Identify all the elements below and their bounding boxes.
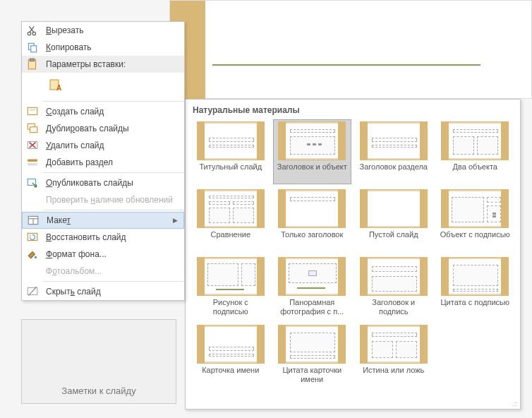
layout-icon bbox=[27, 214, 40, 227]
menu-hide-slide[interactable]: Скрыть слайд bbox=[22, 283, 184, 300]
notes-placeholder: Заметки к слайду bbox=[61, 386, 135, 396]
slide-notes[interactable]: Заметки к слайду bbox=[21, 319, 176, 404]
layout-submenu: Натуральные материалы Титульный слайдЗаг… bbox=[185, 99, 521, 410]
svg-rect-13 bbox=[28, 160, 37, 162]
paste-icon bbox=[26, 58, 39, 71]
menu-new-slide-label: Создать слайд bbox=[46, 107, 179, 117]
menu-photo-album-label: Фотоальбом... bbox=[46, 266, 179, 276]
menu-format-bg[interactable]: Формат фона... bbox=[22, 246, 184, 263]
layout-option[interactable]: Цитата с подписью bbox=[436, 255, 515, 320]
paste-option-keep-text[interactable]: A bbox=[46, 76, 66, 95]
layout-option[interactable]: Только заголовок bbox=[273, 187, 352, 252]
layout-caption: Рисунок с подписью bbox=[195, 298, 266, 318]
layout-caption: Два объекта bbox=[440, 162, 510, 182]
menu-paste-heading: Параметры вставки: bbox=[22, 56, 184, 73]
format-bg-icon bbox=[26, 248, 39, 261]
duplicate-icon bbox=[26, 122, 39, 135]
svg-text:A: A bbox=[56, 84, 61, 92]
layout-thumbnail bbox=[360, 325, 428, 364]
menu-layout[interactable]: Макет ▶ bbox=[22, 212, 184, 229]
submenu-arrow-icon: ▶ bbox=[173, 217, 178, 224]
layout-thumbnail bbox=[360, 189, 428, 228]
cut-icon bbox=[26, 24, 39, 37]
layout-option[interactable]: Заголовок раздела bbox=[354, 119, 433, 184]
copy-icon bbox=[26, 41, 39, 54]
layout-thumbnail bbox=[360, 257, 428, 296]
section-icon bbox=[26, 156, 39, 169]
menu-layout-label: Макет bbox=[47, 215, 173, 225]
menu-add-section-label: Добавить раздел bbox=[46, 157, 179, 167]
menu-cut-label: Вырезать bbox=[46, 25, 179, 35]
new-slide-icon bbox=[26, 105, 39, 118]
menu-copy-label: Копировать bbox=[46, 42, 179, 52]
menu-hide-slide-label: Скрыть слайд bbox=[46, 287, 179, 297]
layout-thumbnail bbox=[278, 257, 346, 296]
menu-photo-album: Фотоальбом... bbox=[22, 263, 184, 280]
layout-caption: Пустой слайд bbox=[358, 230, 429, 250]
menu-add-section[interactable]: Добавить раздел bbox=[22, 154, 184, 171]
layout-thumbnail bbox=[197, 325, 265, 364]
layout-caption: Объект с подписью bbox=[440, 230, 510, 250]
menu-publish-label: Опубликовать слайды bbox=[46, 178, 179, 188]
layout-theme-header: Натуральные материалы bbox=[190, 104, 516, 119]
layout-grid: Титульный слайдЗаголовок и объектЗаголов… bbox=[190, 119, 516, 388]
layout-option[interactable]: Истина или ложь bbox=[354, 323, 433, 388]
layout-option[interactable]: Пустой слайд bbox=[354, 187, 433, 252]
menu-delete[interactable]: Удалить слайд bbox=[22, 137, 184, 154]
menu-duplicate-label: Дублировать слайды bbox=[46, 124, 179, 133]
layout-caption: Цитата карточки имени bbox=[277, 366, 347, 386]
layout-thumbnail bbox=[360, 121, 428, 160]
updates-icon bbox=[26, 193, 39, 206]
layout-caption: Панорамная фотография с п... bbox=[277, 298, 347, 318]
layout-caption: Карточка имени bbox=[195, 366, 266, 386]
menu-restore-label: Восстановить слайд bbox=[46, 232, 179, 242]
resize-grip-icon[interactable]: .:: bbox=[512, 400, 517, 407]
slide-context-menu: Вырезать Копировать Параметры вставки: A… bbox=[21, 21, 185, 301]
menu-restore[interactable]: Восстановить слайд bbox=[22, 229, 184, 246]
delete-icon bbox=[26, 139, 39, 152]
layout-caption: Заголовок раздела bbox=[358, 162, 429, 182]
menu-new-slide[interactable]: Создать слайд bbox=[22, 103, 184, 120]
photo-album-icon bbox=[26, 265, 39, 277]
layout-option[interactable]: Цитата карточки имени bbox=[273, 323, 352, 388]
layout-option[interactable]: Рисунок с подписью bbox=[191, 255, 270, 320]
layout-option[interactable]: Два объекта bbox=[436, 119, 515, 184]
menu-format-bg-label: Формат фона... bbox=[46, 249, 179, 259]
menu-publish[interactable]: Опубликовать слайды bbox=[22, 174, 184, 191]
svg-rect-5 bbox=[30, 59, 35, 61]
menu-copy[interactable]: Копировать bbox=[22, 39, 184, 56]
layout-thumbnail bbox=[441, 121, 509, 160]
layout-option[interactable]: Панорамная фотография с п... bbox=[273, 255, 352, 320]
layout-thumbnail bbox=[441, 189, 509, 228]
layout-option[interactable]: Сравнение bbox=[191, 187, 270, 252]
svg-point-20 bbox=[35, 256, 37, 258]
svg-rect-14 bbox=[28, 163, 37, 165]
layout-caption: Цитата с подписью bbox=[440, 298, 510, 318]
hide-slide-icon bbox=[26, 285, 39, 298]
layout-thumbnail bbox=[441, 257, 509, 296]
layout-thumbnail bbox=[278, 189, 346, 228]
layout-caption: Истина или ложь bbox=[358, 366, 429, 386]
svg-rect-9 bbox=[30, 109, 36, 111]
layout-thumbnail bbox=[197, 121, 265, 160]
layout-option[interactable]: Титульный слайд bbox=[191, 119, 270, 184]
layout-option[interactable]: Карточка имени bbox=[191, 323, 270, 388]
paste-options-row: A bbox=[22, 73, 184, 100]
restore-icon bbox=[26, 231, 39, 244]
slide-preview bbox=[169, 0, 532, 99]
layout-thumbnail bbox=[278, 121, 346, 160]
layout-caption: Заголовок и объект bbox=[277, 162, 347, 182]
svg-rect-8 bbox=[28, 107, 37, 114]
menu-check-updates-label: Проверить наличие обновлений bbox=[46, 195, 179, 205]
layout-thumbnail bbox=[197, 189, 265, 228]
layout-caption: Титульный слайд bbox=[195, 162, 266, 182]
menu-delete-label: Удалить слайд bbox=[46, 141, 179, 150]
publish-icon bbox=[26, 177, 39, 189]
menu-duplicate[interactable]: Дублировать слайды bbox=[22, 120, 184, 137]
layout-caption: Только заголовок bbox=[277, 230, 347, 250]
layout-option[interactable]: Объект с подписью bbox=[436, 187, 515, 252]
svg-rect-3 bbox=[31, 46, 37, 52]
layout-option[interactable]: Заголовок и подпись bbox=[354, 255, 433, 320]
menu-cut[interactable]: Вырезать bbox=[22, 22, 184, 39]
layout-option[interactable]: Заголовок и объект bbox=[273, 119, 352, 184]
